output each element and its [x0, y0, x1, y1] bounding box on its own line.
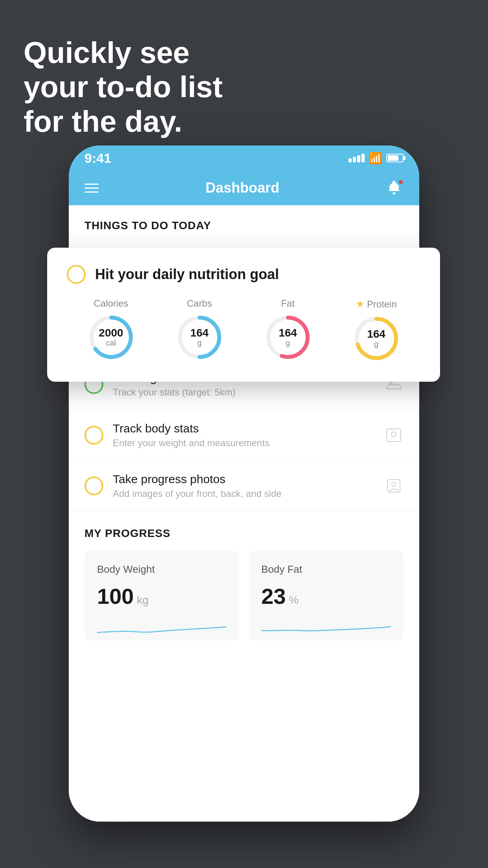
progress-cards: Body Weight 100 kg Body Fat 23 %	[84, 551, 404, 640]
body-stats-checkbox[interactable]	[84, 426, 103, 445]
floating-card: Hit your daily nutrition goal Calories 2…	[47, 248, 440, 382]
status-icons: 📶	[349, 152, 404, 165]
fat-value-center: 164 g	[264, 314, 312, 361]
body-fat-value: 23	[261, 583, 286, 609]
carbs-label: Carbs	[187, 298, 212, 309]
body-weight-chart	[97, 617, 227, 640]
body-weight-card[interactable]: Body Weight 100 kg	[84, 551, 239, 640]
body-fat-unit: %	[289, 594, 299, 607]
calories-value-center: 2000 cal	[88, 314, 135, 361]
body-stats-subtitle: Enter your weight and measurements	[113, 438, 374, 449]
person-icon	[384, 476, 404, 496]
wifi-icon: 📶	[369, 152, 382, 165]
svg-point-2	[391, 432, 396, 437]
photos-subtitle: Add images of your front, back, and side	[113, 488, 374, 499]
body-weight-value: 100	[97, 583, 134, 609]
card-title: Hit your daily nutrition goal	[95, 266, 279, 283]
hamburger-menu[interactable]	[84, 184, 99, 193]
photos-checkbox[interactable]	[84, 476, 103, 495]
photos-title: Take progress photos	[113, 473, 374, 486]
hero-text: Quickly see your to-do list for the day.	[24, 35, 223, 138]
status-time: 9:41	[84, 151, 111, 166]
notification-dot	[398, 179, 404, 185]
carbs-value-center: 164 g	[176, 314, 223, 361]
fat-label: Fat	[281, 298, 295, 309]
photos-text: Take progress photos Add images of your …	[113, 473, 374, 499]
svg-point-5	[392, 482, 396, 486]
ring-calories: Calories 2000 cal	[88, 298, 135, 361]
body-stats-text: Track body stats Enter your weight and m…	[113, 422, 374, 449]
body-weight-value-row: 100 kg	[97, 583, 227, 609]
carbs-ring: 164 g	[176, 314, 223, 361]
progress-section: MY PROGRESS Body Weight 100 kg Body Fat …	[69, 527, 419, 640]
body-fat-chart	[261, 617, 391, 640]
nutrition-checkbox[interactable]	[67, 265, 86, 284]
signal-icon	[349, 154, 365, 162]
body-stats-title: Track body stats	[113, 422, 374, 435]
nav-bar: Dashboard	[69, 171, 419, 205]
running-subtitle: Track your stats (target: 5km)	[113, 387, 374, 398]
battery-icon	[386, 154, 404, 162]
card-header: Hit your daily nutrition goal	[67, 265, 420, 284]
protein-label: ★ Protein	[356, 298, 397, 310]
ring-protein: ★ Protein 164 g	[353, 298, 400, 362]
svg-point-0	[393, 192, 395, 195]
protein-ring: 164 g	[353, 315, 400, 362]
nutrition-rings: Calories 2000 cal Carbs	[67, 298, 420, 362]
fat-ring: 164 g	[264, 314, 312, 361]
body-fat-value-row: 23 %	[261, 583, 391, 609]
star-icon: ★	[356, 298, 365, 310]
calories-label: Calories	[94, 298, 128, 309]
todo-item-body-stats[interactable]: Track body stats Enter your weight and m…	[69, 410, 419, 461]
calories-ring: 2000 cal	[88, 314, 135, 361]
svg-rect-1	[387, 429, 401, 441]
phone-frame: 9:41 📶 Dashboard	[69, 145, 419, 822]
progress-header: MY PROGRESS	[84, 527, 404, 540]
todo-item-photos[interactable]: Take progress photos Add images of your …	[69, 461, 419, 511]
things-to-do-header: THINGS TO DO TODAY	[69, 205, 419, 241]
body-weight-unit: kg	[137, 594, 149, 607]
nav-title: Dashboard	[205, 180, 279, 196]
body-fat-title: Body Fat	[261, 563, 391, 576]
ring-fat: Fat 164 g	[264, 298, 312, 361]
scale-icon	[384, 425, 404, 445]
status-bar: 9:41 📶	[69, 145, 419, 171]
notification-bell[interactable]	[386, 179, 404, 197]
body-weight-title: Body Weight	[97, 563, 227, 576]
protein-value-center: 164 g	[353, 315, 400, 362]
body-fat-card[interactable]: Body Fat 23 %	[249, 551, 404, 640]
ring-carbs: Carbs 164 g	[176, 298, 223, 361]
